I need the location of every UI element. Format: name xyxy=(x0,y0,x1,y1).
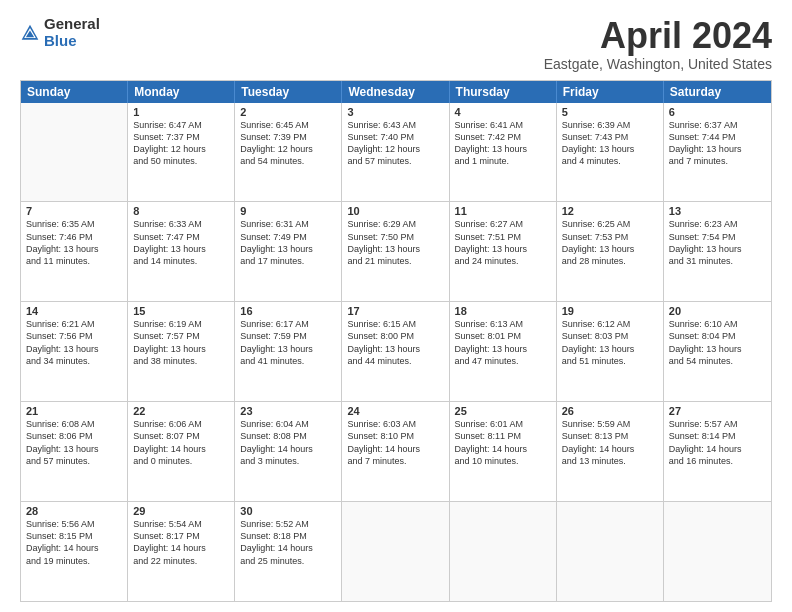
weekday-header: Friday xyxy=(557,81,664,103)
cell-line: Sunrise: 6:19 AM xyxy=(133,318,229,330)
day-number: 13 xyxy=(669,205,766,217)
day-number: 10 xyxy=(347,205,443,217)
cell-line: and 3 minutes. xyxy=(240,455,336,467)
cell-line: Sunrise: 5:57 AM xyxy=(669,418,766,430)
cell-line: Daylight: 13 hours xyxy=(347,243,443,255)
calendar-cell: 14Sunrise: 6:21 AMSunset: 7:56 PMDayligh… xyxy=(21,302,128,401)
cell-line: and 28 minutes. xyxy=(562,255,658,267)
cell-line: Daylight: 14 hours xyxy=(240,443,336,455)
cell-line: Sunset: 8:00 PM xyxy=(347,330,443,342)
cell-line: Sunset: 8:15 PM xyxy=(26,530,122,542)
calendar-body: 1Sunrise: 6:47 AMSunset: 7:37 PMDaylight… xyxy=(21,103,771,601)
cell-line: Sunrise: 6:10 AM xyxy=(669,318,766,330)
calendar-row: 7Sunrise: 6:35 AMSunset: 7:46 PMDaylight… xyxy=(21,202,771,302)
calendar-cell: 2Sunrise: 6:45 AMSunset: 7:39 PMDaylight… xyxy=(235,103,342,202)
cell-line: Sunset: 7:54 PM xyxy=(669,231,766,243)
calendar-cell xyxy=(664,502,771,601)
day-number: 16 xyxy=(240,305,336,317)
cell-line: and 51 minutes. xyxy=(562,355,658,367)
day-number: 4 xyxy=(455,106,551,118)
calendar: SundayMondayTuesdayWednesdayThursdayFrid… xyxy=(20,80,772,602)
cell-line: Sunrise: 6:12 AM xyxy=(562,318,658,330)
cell-line: and 10 minutes. xyxy=(455,455,551,467)
day-number: 20 xyxy=(669,305,766,317)
day-number: 7 xyxy=(26,205,122,217)
day-number: 11 xyxy=(455,205,551,217)
header: General Blue April 2024 Eastgate, Washin… xyxy=(20,16,772,72)
cell-line: Daylight: 13 hours xyxy=(562,143,658,155)
day-number: 1 xyxy=(133,106,229,118)
logo-text: General Blue xyxy=(44,16,100,49)
cell-line: Sunrise: 6:47 AM xyxy=(133,119,229,131)
calendar-cell: 22Sunrise: 6:06 AMSunset: 8:07 PMDayligh… xyxy=(128,402,235,501)
cell-line: and 17 minutes. xyxy=(240,255,336,267)
calendar-cell xyxy=(557,502,664,601)
cell-line: and 7 minutes. xyxy=(347,455,443,467)
cell-line: Sunrise: 5:52 AM xyxy=(240,518,336,530)
cell-line: and 57 minutes. xyxy=(26,455,122,467)
calendar-cell: 18Sunrise: 6:13 AMSunset: 8:01 PMDayligh… xyxy=(450,302,557,401)
cell-line: Daylight: 13 hours xyxy=(562,243,658,255)
day-number: 9 xyxy=(240,205,336,217)
cell-line: Sunset: 7:47 PM xyxy=(133,231,229,243)
day-number: 24 xyxy=(347,405,443,417)
weekday-header: Sunday xyxy=(21,81,128,103)
cell-line: Sunrise: 6:21 AM xyxy=(26,318,122,330)
cell-line: Sunrise: 6:37 AM xyxy=(669,119,766,131)
cell-line: Sunset: 8:17 PM xyxy=(133,530,229,542)
cell-line: and 7 minutes. xyxy=(669,155,766,167)
cell-line: and 4 minutes. xyxy=(562,155,658,167)
calendar-cell xyxy=(342,502,449,601)
calendar-cell: 9Sunrise: 6:31 AMSunset: 7:49 PMDaylight… xyxy=(235,202,342,301)
calendar-cell: 11Sunrise: 6:27 AMSunset: 7:51 PMDayligh… xyxy=(450,202,557,301)
day-number: 23 xyxy=(240,405,336,417)
cell-line: Sunrise: 6:41 AM xyxy=(455,119,551,131)
day-number: 26 xyxy=(562,405,658,417)
cell-line: Sunrise: 6:23 AM xyxy=(669,218,766,230)
cell-line: Daylight: 13 hours xyxy=(455,343,551,355)
calendar-cell: 26Sunrise: 5:59 AMSunset: 8:13 PMDayligh… xyxy=(557,402,664,501)
title-block: April 2024 Eastgate, Washington, United … xyxy=(544,16,772,72)
cell-line: Daylight: 13 hours xyxy=(669,343,766,355)
day-number: 27 xyxy=(669,405,766,417)
cell-line: Daylight: 13 hours xyxy=(133,243,229,255)
cell-line: Sunset: 8:13 PM xyxy=(562,430,658,442)
cell-line: Daylight: 13 hours xyxy=(133,343,229,355)
calendar-row: 1Sunrise: 6:47 AMSunset: 7:37 PMDaylight… xyxy=(21,103,771,203)
cell-line: Sunset: 7:43 PM xyxy=(562,131,658,143)
day-number: 12 xyxy=(562,205,658,217)
cell-line: Sunrise: 6:27 AM xyxy=(455,218,551,230)
cell-line: Daylight: 13 hours xyxy=(562,343,658,355)
cell-line: and 1 minute. xyxy=(455,155,551,167)
calendar-cell: 23Sunrise: 6:04 AMSunset: 8:08 PMDayligh… xyxy=(235,402,342,501)
calendar-cell: 7Sunrise: 6:35 AMSunset: 7:46 PMDaylight… xyxy=(21,202,128,301)
cell-line: Daylight: 12 hours xyxy=(240,143,336,155)
cell-line: and 34 minutes. xyxy=(26,355,122,367)
calendar-cell: 16Sunrise: 6:17 AMSunset: 7:59 PMDayligh… xyxy=(235,302,342,401)
logo: General Blue xyxy=(20,16,100,49)
calendar-cell: 5Sunrise: 6:39 AMSunset: 7:43 PMDaylight… xyxy=(557,103,664,202)
calendar-cell: 12Sunrise: 6:25 AMSunset: 7:53 PMDayligh… xyxy=(557,202,664,301)
calendar-cell: 20Sunrise: 6:10 AMSunset: 8:04 PMDayligh… xyxy=(664,302,771,401)
day-number: 6 xyxy=(669,106,766,118)
cell-line: and 14 minutes. xyxy=(133,255,229,267)
calendar-cell: 15Sunrise: 6:19 AMSunset: 7:57 PMDayligh… xyxy=(128,302,235,401)
calendar-cell: 10Sunrise: 6:29 AMSunset: 7:50 PMDayligh… xyxy=(342,202,449,301)
cell-line: Daylight: 14 hours xyxy=(240,542,336,554)
cell-line: Sunrise: 6:03 AM xyxy=(347,418,443,430)
cell-line: Sunset: 8:10 PM xyxy=(347,430,443,442)
cell-line: Sunset: 7:44 PM xyxy=(669,131,766,143)
cell-line: Daylight: 13 hours xyxy=(240,343,336,355)
cell-line: and 22 minutes. xyxy=(133,555,229,567)
cell-line: Sunrise: 6:04 AM xyxy=(240,418,336,430)
cell-line: Daylight: 13 hours xyxy=(240,243,336,255)
calendar-cell: 13Sunrise: 6:23 AMSunset: 7:54 PMDayligh… xyxy=(664,202,771,301)
cell-line: Sunrise: 5:59 AM xyxy=(562,418,658,430)
cell-line: Sunset: 7:56 PM xyxy=(26,330,122,342)
calendar-cell: 8Sunrise: 6:33 AMSunset: 7:47 PMDaylight… xyxy=(128,202,235,301)
day-number: 15 xyxy=(133,305,229,317)
logo-general: General xyxy=(44,16,100,33)
cell-line: Sunrise: 5:56 AM xyxy=(26,518,122,530)
day-number: 18 xyxy=(455,305,551,317)
cell-line: Sunrise: 6:35 AM xyxy=(26,218,122,230)
